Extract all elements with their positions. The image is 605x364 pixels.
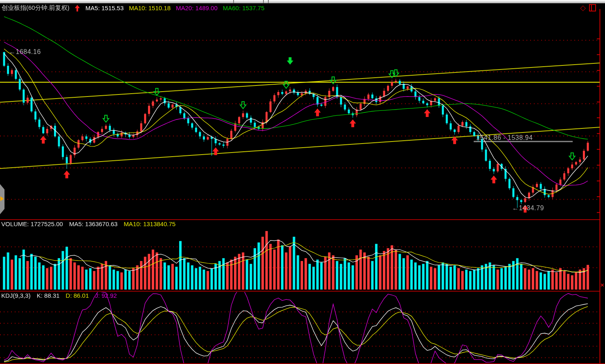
ma20-value: MA20: 1489.00	[176, 4, 218, 11]
panel-close-icon[interactable]: ×	[601, 282, 604, 288]
ma5-value: MA5: 1515.53	[85, 4, 124, 11]
kdj-name: KDJ(9,3,3)	[1, 292, 31, 299]
chart-canvas[interactable]	[0, 0, 605, 364]
main-chart-header: 创业板指(60分钟.前复权) MA5: 1515.53 MA10: 1510.1…	[2, 4, 265, 12]
kdj-header: KDJ(9,3,3) K: 88.31 D: 86.01 J: 92.92	[1, 292, 117, 299]
split-pane-icon[interactable]	[589, 4, 596, 11]
lowest-price-label: ←1434.79	[512, 204, 544, 212]
instrument-title: 创业板指(60分钟.前复权)	[2, 4, 70, 12]
kdj-d-value: D: 86.01	[66, 292, 89, 299]
window-titlebar[interactable]	[0, 0, 605, 3]
chart-app-window: 创业板指(60分钟.前复权) MA5: 1515.53 MA10: 1510.1…	[0, 0, 605, 364]
kdj-k-value: K: 88.31	[37, 292, 60, 299]
titlebar-splitter[interactable]	[268, 0, 269, 3]
titlebar-splitter[interactable]	[233, 0, 234, 3]
ma60-value: MA60: 1537.75	[223, 4, 265, 11]
price-range-label: 1541.86 - 1538.94	[476, 134, 533, 142]
highest-price-label: ←1684.16	[9, 48, 41, 56]
volume-value: VOLUME: 1727525.00	[1, 220, 63, 227]
up-arrow-icon	[75, 5, 80, 11]
volume-header: VOLUME: 1727525.00 MA5: 1363670.63 MA10:…	[1, 220, 175, 227]
volume-ma10-value: MA10: 1313840.75	[124, 220, 175, 227]
ma10-value: MA10: 1510.18	[129, 4, 171, 11]
titlebar-splitter[interactable]	[263, 0, 264, 3]
expand-arrow-icon	[0, 196, 4, 201]
diamond-tool-icon[interactable]: ◇	[580, 4, 586, 11]
kdj-j-value: J: 92.92	[95, 292, 117, 299]
volume-ma5-value: MA5: 1363670.63	[69, 220, 117, 227]
